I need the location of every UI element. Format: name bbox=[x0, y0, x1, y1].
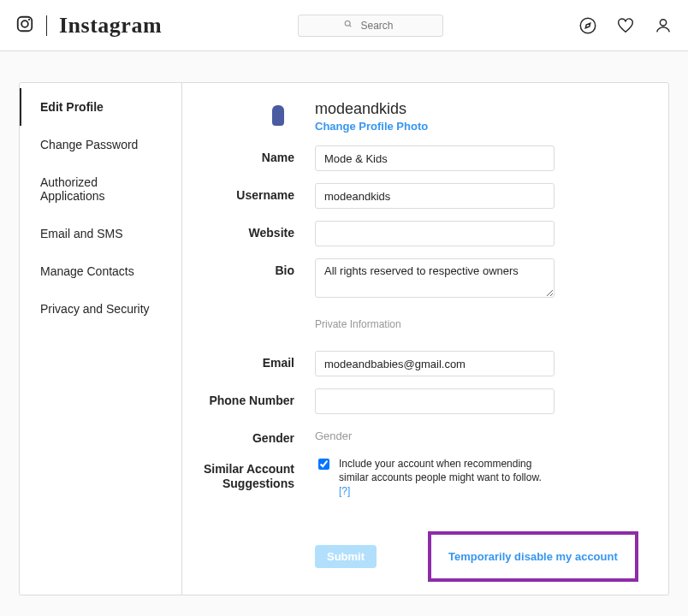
avatar-col bbox=[182, 100, 315, 133]
profile-header-row: modeandkids Change Profile Photo bbox=[182, 100, 643, 133]
sidenav-label: Privacy and Security bbox=[40, 302, 150, 316]
avatar[interactable] bbox=[264, 100, 294, 131]
row-bio: Bio bbox=[182, 258, 643, 301]
row-username: Username bbox=[182, 183, 643, 209]
label-email: Email bbox=[182, 351, 315, 370]
row-name: Name bbox=[182, 145, 643, 171]
brand-wordmark: Instagram bbox=[59, 13, 162, 38]
sidenav-item-change-password[interactable]: Change Password bbox=[20, 126, 181, 163]
row-actions: Submit Temporarily disable my account bbox=[182, 511, 643, 582]
settings-content: modeandkids Change Profile Photo Name Us… bbox=[182, 83, 668, 595]
label-bio: Bio bbox=[182, 258, 315, 277]
brand-separator bbox=[46, 15, 47, 36]
search-input[interactable] bbox=[298, 15, 443, 37]
sidenav-label: Change Password bbox=[40, 138, 138, 151]
profile-header: modeandkids Change Profile Photo bbox=[315, 100, 555, 133]
row-email: Email bbox=[182, 351, 643, 376]
search-wrap bbox=[298, 15, 443, 37]
sidenav-item-email-sms[interactable]: Email and SMS bbox=[20, 215, 181, 252]
profile-icon[interactable] bbox=[654, 16, 673, 35]
brand[interactable]: Instagram bbox=[15, 13, 162, 38]
main: Edit Profile Change Password Authorized … bbox=[0, 51, 688, 613]
annotation-highlight: Temporarily disable my account bbox=[428, 531, 638, 582]
email-input[interactable] bbox=[315, 351, 555, 376]
sidenav-label: Manage Contacts bbox=[40, 264, 134, 278]
private-info-label: Private Information bbox=[315, 318, 555, 330]
svg-marker-6 bbox=[585, 23, 590, 28]
label-gender: Gender bbox=[182, 426, 315, 445]
similar-checkbox-row[interactable]: Include your account when recommending s… bbox=[315, 457, 555, 499]
sidenav-item-manage-contacts[interactable]: Manage Contacts bbox=[20, 252, 181, 290]
sidenav-item-authorized-applications[interactable]: Authorized Applications bbox=[20, 163, 181, 215]
similar-checkbox-text: Include your account when recommending s… bbox=[339, 458, 542, 483]
svg-point-1 bbox=[21, 21, 28, 27]
change-photo-link[interactable]: Change Profile Photo bbox=[315, 120, 555, 133]
phone-input[interactable] bbox=[315, 388, 555, 414]
gender-select[interactable]: Gender bbox=[315, 426, 555, 442]
label-website: Website bbox=[182, 221, 315, 240]
name-input[interactable] bbox=[315, 145, 555, 171]
similar-checkbox[interactable] bbox=[318, 459, 329, 470]
sidenav-label: Edit Profile bbox=[40, 100, 104, 114]
heart-icon[interactable] bbox=[616, 16, 635, 35]
sidenav-label: Email and SMS bbox=[40, 227, 122, 240]
row-phone: Phone Number bbox=[182, 388, 643, 414]
settings-sidenav: Edit Profile Change Password Authorized … bbox=[20, 83, 182, 595]
row-website: Website bbox=[182, 221, 643, 246]
svg-point-5 bbox=[580, 18, 595, 33]
explore-icon[interactable] bbox=[578, 16, 597, 35]
username-input[interactable] bbox=[315, 183, 555, 209]
svg-point-7 bbox=[660, 19, 666, 25]
settings-card: Edit Profile Change Password Authorized … bbox=[19, 82, 669, 595]
actions: Submit Temporarily disable my account bbox=[315, 531, 643, 582]
label-similar: Similar Account Suggestions bbox=[182, 457, 315, 491]
svg-point-2 bbox=[28, 18, 30, 20]
label-name: Name bbox=[182, 145, 315, 164]
top-icons bbox=[578, 16, 673, 35]
label-username: Username bbox=[182, 183, 315, 202]
website-input[interactable] bbox=[315, 221, 555, 246]
row-similar: Similar Account Suggestions Include your… bbox=[182, 457, 643, 499]
username-display: modeandkids bbox=[315, 100, 555, 118]
row-private-info: Private Information bbox=[182, 313, 643, 339]
sidenav-item-privacy-security[interactable]: Privacy and Security bbox=[20, 290, 181, 328]
sidenav-item-edit-profile[interactable]: Edit Profile bbox=[20, 88, 181, 126]
submit-button[interactable]: Submit bbox=[315, 545, 377, 568]
row-gender: Gender Gender bbox=[182, 426, 643, 445]
disable-account-link[interactable]: Temporarily disable my account bbox=[431, 535, 635, 578]
bio-input[interactable] bbox=[315, 258, 555, 298]
top-bar: Instagram bbox=[0, 0, 688, 51]
instagram-glyph-icon bbox=[15, 15, 34, 37]
label-phone: Phone Number bbox=[182, 388, 315, 407]
sidenav-label: Authorized Applications bbox=[40, 175, 105, 203]
help-link[interactable]: [?] bbox=[339, 485, 350, 497]
